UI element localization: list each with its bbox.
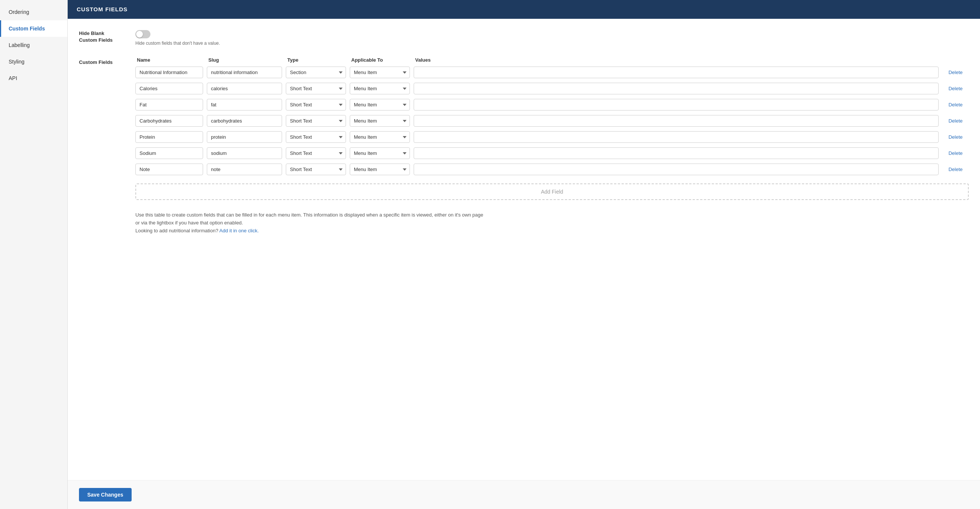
main-content: CUSTOM FIELDS Hide Blank Custom Fields H… (68, 0, 980, 509)
applicable-to-select[interactable]: Menu ItemCategory (350, 115, 410, 127)
slug-input[interactable] (207, 147, 282, 159)
table-row: SectionShort TextLong TextNumberBooleanM… (135, 115, 969, 127)
add-nutritional-link[interactable]: Add it in one click. (219, 228, 259, 234)
table-row: SectionShort TextLong TextNumberBooleanM… (135, 131, 969, 143)
page-title: CUSTOM FIELDS (77, 6, 127, 13)
table-row: SectionShort TextLong TextNumberBooleanM… (135, 164, 969, 175)
type-select[interactable]: SectionShort TextLong TextNumberBoolean (286, 164, 346, 175)
applicable-to-select[interactable]: Menu ItemCategory (350, 164, 410, 175)
applicable-to-select[interactable]: Menu ItemCategory (350, 67, 410, 78)
type-select[interactable]: SectionShort TextLong TextNumberBoolean (286, 99, 346, 111)
applicable-to-select[interactable]: Menu ItemCategory (350, 99, 410, 111)
slug-input[interactable] (207, 99, 282, 111)
name-input[interactable] (135, 147, 203, 159)
type-select[interactable]: SectionShort TextLong TextNumberBoolean (286, 131, 346, 143)
header-name: Name (137, 57, 205, 63)
custom-fields-table: Name Slug Type Applicable To Values Sect… (135, 57, 969, 235)
sidebar-item-custom-fields[interactable]: Custom Fields (0, 20, 67, 37)
values-input[interactable] (414, 115, 939, 127)
hide-blank-description: Hide custom fields that don't have a val… (135, 41, 220, 46)
type-select[interactable]: SectionShort TextLong TextNumberBoolean (286, 115, 346, 127)
slug-input[interactable] (207, 131, 282, 143)
values-input[interactable] (414, 164, 939, 175)
delete-button[interactable]: Delete (942, 86, 969, 91)
header-type: Type (287, 57, 347, 63)
header-slug: Slug (208, 57, 283, 63)
content-area: Hide Blank Custom Fields Hide custom fie… (68, 19, 980, 480)
sidebar-item-ordering[interactable]: Ordering (0, 4, 67, 20)
table-rows: SectionShort TextLong TextNumberBooleanM… (135, 67, 969, 175)
hide-blank-toggle[interactable] (135, 30, 150, 38)
delete-button[interactable]: Delete (942, 167, 969, 172)
type-select[interactable]: SectionShort TextLong TextNumberBoolean (286, 67, 346, 78)
name-input[interactable] (135, 115, 203, 127)
name-input[interactable] (135, 131, 203, 143)
applicable-to-select[interactable]: Menu ItemCategory (350, 83, 410, 94)
description-text: Use this table to create custom fields t… (135, 211, 969, 235)
table-row: SectionShort TextLong TextNumberBooleanM… (135, 83, 969, 94)
values-input[interactable] (414, 99, 939, 111)
delete-button[interactable]: Delete (942, 118, 969, 124)
slug-input[interactable] (207, 83, 282, 94)
slug-input[interactable] (207, 115, 282, 127)
values-input[interactable] (414, 83, 939, 94)
delete-button[interactable]: Delete (942, 134, 969, 140)
slug-input[interactable] (207, 67, 282, 78)
header-actions (941, 57, 967, 63)
add-field-button[interactable]: Add Field (135, 183, 969, 200)
name-input[interactable] (135, 83, 203, 94)
custom-fields-label: Custom Fields (79, 57, 128, 65)
delete-button[interactable]: Delete (942, 70, 969, 75)
page-header: CUSTOM FIELDS (68, 0, 980, 19)
table-headers: Name Slug Type Applicable To Values (135, 57, 969, 63)
table-row: SectionShort TextLong TextNumberBooleanM… (135, 99, 969, 111)
hide-blank-section: Hide Blank Custom Fields Hide custom fie… (79, 30, 969, 46)
type-select[interactable]: SectionShort TextLong TextNumberBoolean (286, 147, 346, 159)
sidebar-item-api[interactable]: API (0, 70, 67, 86)
slug-input[interactable] (207, 164, 282, 175)
sidebar-item-labelling[interactable]: Labelling (0, 37, 67, 53)
table-row: SectionShort TextLong TextNumberBooleanM… (135, 147, 969, 159)
type-select[interactable]: SectionShort TextLong TextNumberBoolean (286, 83, 346, 94)
delete-button[interactable]: Delete (942, 102, 969, 108)
values-input[interactable] (414, 67, 939, 78)
table-row: SectionShort TextLong TextNumberBooleanM… (135, 67, 969, 78)
applicable-to-select[interactable]: Menu ItemCategory (350, 147, 410, 159)
hide-blank-right: Hide custom fields that don't have a val… (135, 30, 220, 46)
sidebar-item-styling[interactable]: Styling (0, 53, 67, 70)
applicable-to-select[interactable]: Menu ItemCategory (350, 131, 410, 143)
header-values: Values (415, 57, 937, 63)
hide-blank-label: Hide Blank Custom Fields (79, 30, 128, 44)
delete-button[interactable]: Delete (942, 150, 969, 156)
name-input[interactable] (135, 99, 203, 111)
name-input[interactable] (135, 67, 203, 78)
sidebar: Ordering Custom Fields Labelling Styling… (0, 0, 68, 509)
name-input[interactable] (135, 164, 203, 175)
header-applicable-to: Applicable To (351, 57, 411, 63)
values-input[interactable] (414, 131, 939, 143)
values-input[interactable] (414, 147, 939, 159)
custom-fields-section: Custom Fields Name Slug Type Applicable … (79, 57, 969, 235)
footer: Save Changes (68, 480, 980, 509)
save-button[interactable]: Save Changes (79, 488, 132, 501)
